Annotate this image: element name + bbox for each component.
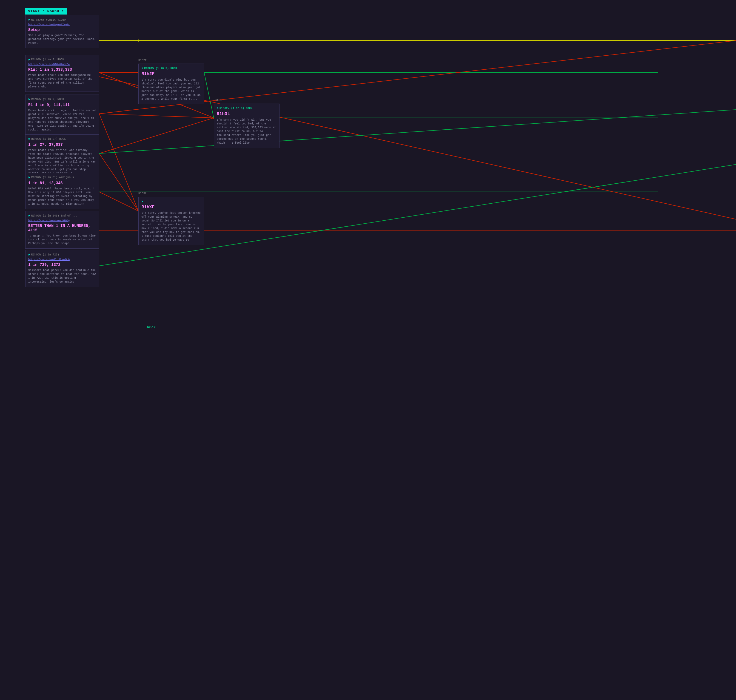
- r1h2f-node: ⚑ R1h01W (1 in 3) ROCK R1h2F I'm sorry y…: [138, 63, 204, 104]
- r1w2-title: R1 1 in 9, 111,111: [28, 103, 96, 107]
- r1w3-body: Paper beats rock thrice! And already, fr…: [28, 149, 96, 175]
- r1h3l-header: ⚑ R1h02W (1 in 9) ROCK: [217, 107, 276, 110]
- r1w3-label: R1h03W (1 in 27) ROCK: [31, 138, 66, 141]
- flag-icon-4: ⚑: [28, 137, 30, 141]
- r1w5-link[interactable]: https://youtu.be/uNaYop9184g: [28, 219, 96, 222]
- flag-icon-10: ⚑: [217, 107, 218, 110]
- r1w6-link[interactable]: https://youtu.be/d01cMUumBu0: [28, 258, 96, 261]
- r1w3-title: 1 in 27, 37,037: [28, 143, 96, 147]
- r1h3l-header-label: R1h02W (1 in 9) ROCK: [219, 107, 253, 110]
- r1w3-node: ⚑ R1h03W (1 in 27) ROCK 1 in 27, 37,037 …: [25, 134, 99, 178]
- r1w6-body: Scissors beat paper! You did continue th…: [28, 269, 96, 284]
- flag-icon-7: ⚑: [28, 253, 30, 257]
- r1w-title: R1W: 1 in 3,333,333: [28, 68, 96, 72]
- r1h2f-title: R1h2F: [141, 72, 201, 76]
- svg-line-9: [99, 118, 214, 153]
- r1w3-header: ⚑ R1h03W (1 in 27) ROCK: [28, 137, 96, 141]
- r1hxf-node: ⚑ R1hXF I'm sorry you've just gotten kno…: [138, 197, 204, 245]
- start-header: ⚑ R1 START PUBLIC VIDEO: [28, 18, 96, 22]
- flag-icon-2: ⚑: [28, 58, 30, 62]
- flag-icon-9: ⚑: [141, 200, 143, 203]
- r1hxf-header: ⚑: [141, 200, 201, 203]
- r1w-link[interactable]: https://youtu.be/WI8x07nev64: [28, 63, 96, 66]
- r1w4-title: 1 in 81, 12,346: [28, 181, 96, 185]
- svg-line-19: [99, 110, 736, 153]
- r1w5-title: BETTER THAN 1 IN A HUNDRED, 4115: [28, 224, 96, 232]
- r1w6-title: 1 in 729, 1372: [28, 263, 96, 267]
- r1w6-header: ⚑ R1h06W (1 in 729): [28, 253, 96, 257]
- flag-icon-3: ⚑: [28, 97, 30, 101]
- r1w5-body: :: gasp :: You knew, you knew it was tim…: [28, 234, 96, 246]
- r1w-node: ⚑ R1h01W (1 in 3) ROCK https://youtu.be/…: [25, 55, 99, 92]
- r1w5-header: ⚑ R1h05W (1 in 243) End of ...: [28, 214, 96, 218]
- r1w6-node: ⚑ R1h06W (1 in 729) https://youtu.be/d01…: [25, 250, 99, 287]
- r1w5-label: R1h05W (1 in 243) End of ...: [31, 214, 77, 217]
- r1w2-body: Paper beats rock... again. And the secon…: [28, 109, 96, 132]
- r1w4-label: R1h04W (1 in 81) Ambiguous: [31, 176, 74, 179]
- r1w-header: ⚑ R1h01W (1 in 3) ROCK: [28, 58, 96, 62]
- r1h2f-body: I'm sorry you didn't win, but you should…: [141, 78, 201, 101]
- r1w4-header: ⚑ R1h04W (1 in 81) Ambiguous: [28, 176, 96, 179]
- r1w2-node: ⚑ R1h02W (1 in 9) ROCK R1 1 in 9, 111,11…: [25, 94, 99, 135]
- svg-line-6: [99, 114, 214, 118]
- flag-icon-6: ⚑: [28, 214, 30, 218]
- r1h3l-section-label: R1h3L: [214, 99, 222, 102]
- page-title: START : Round 1: [25, 8, 67, 15]
- start-title: Setup: [28, 28, 96, 32]
- start-link[interactable]: https://youtu.be/PmgMoZXYpT4: [28, 23, 96, 26]
- r1hxf-section-label: R1hXF: [138, 192, 147, 195]
- r1h3l-body: I'm sorry you didn't win, but you should…: [217, 118, 276, 145]
- svg-line-8: [99, 153, 138, 211]
- r1w-body: Paper beats rock! You out-mindgamed me a…: [28, 74, 96, 89]
- start-body: Shall we play a game? Perhaps, The great…: [28, 34, 96, 45]
- svg-line-7: [99, 114, 138, 211]
- r1hxf-body: I'm sorry you've just gotten knocked off…: [141, 211, 201, 242]
- r1w5-node: ⚑ R1h05W (1 in 243) End of ... https://y…: [25, 211, 99, 249]
- r1w2-label: R1h02W (1 in 9) ROCK: [31, 98, 64, 101]
- flag-icon: ⚑: [28, 18, 30, 22]
- r1h3l-node: ⚑ R1h02W (1 in 9) ROCK R1h3L I'm sorry y…: [214, 104, 279, 148]
- r1h2f-header-label: R1h01W (1 in 3) ROCK: [144, 67, 177, 70]
- svg-marker-1: [138, 39, 140, 42]
- svg-line-10: [99, 192, 138, 211]
- r1h3l-title: R1h3L: [217, 112, 276, 116]
- r1w6-label: R1h06W (1 in 729): [31, 253, 59, 256]
- svg-line-11: [204, 73, 214, 118]
- rock-label: ROcK: [147, 325, 156, 329]
- flag-icon-5: ⚑: [28, 176, 30, 179]
- r1w4-body: WHAAA HAA HAAA! Paper beats rock, again!…: [28, 187, 96, 206]
- flag-icon-8: ⚑: [141, 66, 143, 70]
- start-node: ⚑ R1 START PUBLIC VIDEO https://youtu.be…: [25, 15, 99, 48]
- r1h2f-section-label: R1h2F: [138, 59, 147, 62]
- start-header-label: R1 START PUBLIC VIDEO: [31, 18, 66, 21]
- r1hxf-title: R1hXF: [141, 205, 201, 210]
- r1h2f-header: ⚑ R1h01W (1 in 3) ROCK: [141, 66, 201, 70]
- r1w2-header: ⚑ R1h02W (1 in 9) ROCK: [28, 97, 96, 101]
- r1w-label: R1h01W (1 in 3) ROCK: [31, 58, 64, 61]
- r1w4-node: ⚑ R1h04W (1 in 81) Ambiguous 1 in 81, 12…: [25, 173, 99, 209]
